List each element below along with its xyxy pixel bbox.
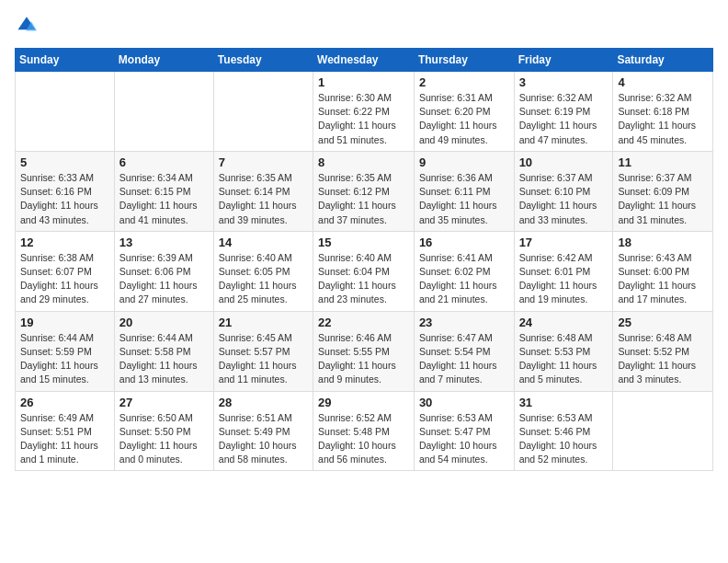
day-number: 1 [318, 75, 409, 89]
day-info-line: Sunset: 5:51 PM [20, 426, 92, 437]
day-info-line: Daylight: 10 hours [318, 440, 396, 451]
calendar-empty-cell [114, 72, 213, 152]
day-info-line: Daylight: 11 hours [20, 360, 98, 371]
day-info-line: and 23 minutes. [318, 293, 387, 304]
day-info-line: Sunrise: 6:31 AM [419, 92, 493, 103]
day-info-line: Daylight: 10 hours [219, 440, 297, 451]
day-info-line: Sunrise: 6:43 AM [618, 252, 691, 263]
day-info: Sunrise: 6:40 AMSunset: 6:04 PMDaylight:… [318, 251, 409, 307]
day-info-line: Sunset: 6:15 PM [119, 186, 191, 197]
day-info-line: and 29 minutes. [20, 293, 89, 304]
header-day-monday: Monday [114, 49, 213, 72]
day-info-line: Daylight: 11 hours [618, 280, 696, 291]
day-number: 24 [519, 316, 609, 329]
day-info: Sunrise: 6:41 AMSunset: 6:02 PMDaylight:… [419, 251, 509, 307]
day-number: 6 [119, 155, 209, 169]
calendar-day-4: 4Sunrise: 6:32 AMSunset: 6:18 PMDaylight… [613, 72, 713, 152]
day-info-line: Sunset: 6:14 PM [219, 186, 290, 197]
calendar-day-1: 1Sunrise: 6:30 AMSunset: 6:22 PMDaylight… [313, 72, 415, 152]
calendar-day-28: 28Sunrise: 6:51 AMSunset: 5:49 PMDayligh… [213, 391, 313, 471]
day-number: 15 [318, 236, 409, 249]
day-info-line: Daylight: 11 hours [20, 280, 98, 291]
day-number: 22 [318, 316, 409, 329]
calendar-day-11: 11Sunrise: 6:37 AMSunset: 6:09 PMDayligh… [613, 151, 713, 231]
day-info-line: Sunset: 6:02 PM [419, 266, 491, 277]
day-info-line: Sunrise: 6:40 AM [219, 252, 292, 263]
day-info-line: and 15 minutes. [20, 373, 89, 385]
day-info-line: Sunset: 6:20 PM [419, 106, 491, 117]
calendar-day-6: 6Sunrise: 6:34 AMSunset: 6:15 PMDaylight… [114, 151, 213, 231]
day-info: Sunrise: 6:52 AMSunset: 5:48 PMDaylight:… [318, 411, 409, 467]
day-info-line: and 45 minutes. [618, 134, 687, 145]
day-info-line: Sunrise: 6:38 AM [20, 252, 94, 263]
day-info-line: Sunrise: 6:35 AM [219, 172, 292, 183]
day-number: 25 [618, 316, 708, 329]
day-info: Sunrise: 6:35 AMSunset: 6:12 PMDaylight:… [318, 171, 409, 227]
calendar-day-3: 3Sunrise: 6:32 AMSunset: 6:19 PMDaylight… [514, 72, 613, 152]
calendar-day-16: 16Sunrise: 6:41 AMSunset: 6:02 PMDayligh… [414, 231, 514, 311]
day-info-line: and 13 minutes. [119, 373, 188, 385]
calendar-day-30: 30Sunrise: 6:53 AMSunset: 5:47 PMDayligh… [414, 391, 514, 471]
day-number: 7 [219, 155, 308, 169]
calendar-week-row: 26Sunrise: 6:49 AMSunset: 5:51 PMDayligh… [16, 391, 713, 471]
logo [15, 15, 40, 39]
day-number: 28 [219, 396, 308, 409]
calendar-week-row: 1Sunrise: 6:30 AMSunset: 6:22 PMDaylight… [16, 72, 713, 152]
calendar-day-24: 24Sunrise: 6:48 AMSunset: 5:53 PMDayligh… [514, 311, 613, 391]
header-day-wednesday: Wednesday [313, 49, 415, 72]
day-info-line: Sunset: 5:57 PM [219, 346, 290, 357]
day-number: 9 [419, 155, 509, 169]
day-info: Sunrise: 6:42 AMSunset: 6:01 PMDaylight:… [519, 251, 609, 307]
calendar-header-row: SundayMondayTuesdayWednesdayThursdayFrid… [16, 49, 713, 72]
day-number: 3 [519, 75, 609, 89]
day-info-line: Daylight: 11 hours [318, 360, 396, 371]
calendar-day-19: 19Sunrise: 6:44 AMSunset: 5:59 PMDayligh… [16, 311, 115, 391]
day-info-line: Sunrise: 6:39 AM [119, 252, 193, 263]
calendar-day-31: 31Sunrise: 6:53 AMSunset: 5:46 PMDayligh… [514, 391, 613, 471]
day-info-line: Sunset: 5:46 PM [519, 426, 591, 437]
day-info-line: Sunrise: 6:37 AM [519, 172, 593, 183]
day-info-line: and 27 minutes. [119, 293, 188, 304]
day-info: Sunrise: 6:31 AMSunset: 6:20 PMDaylight:… [419, 91, 509, 147]
day-info-line: Sunrise: 6:42 AM [519, 252, 593, 263]
day-info: Sunrise: 6:30 AMSunset: 6:22 PMDaylight:… [318, 91, 409, 147]
calendar-empty-cell [613, 391, 713, 471]
day-info-line: Daylight: 11 hours [318, 120, 396, 131]
day-info-line: Sunset: 6:05 PM [219, 266, 290, 277]
calendar-day-25: 25Sunrise: 6:48 AMSunset: 5:52 PMDayligh… [613, 311, 713, 391]
calendar-day-14: 14Sunrise: 6:40 AMSunset: 6:05 PMDayligh… [213, 231, 313, 311]
header-day-sunday: Sunday [16, 49, 115, 72]
day-info-line: Sunset: 5:55 PM [318, 346, 390, 357]
day-info-line: Sunrise: 6:30 AM [318, 92, 392, 103]
day-info-line: Sunset: 6:01 PM [519, 266, 591, 277]
day-info-line: and 31 minutes. [618, 214, 687, 225]
day-info-line: Daylight: 11 hours [519, 360, 597, 371]
day-info-line: Daylight: 11 hours [119, 360, 198, 371]
day-info-line: and 35 minutes. [419, 214, 488, 225]
day-info-line: Daylight: 11 hours [618, 120, 696, 131]
day-info-line: Daylight: 11 hours [219, 360, 297, 371]
day-number: 17 [519, 236, 609, 249]
day-number: 13 [119, 236, 209, 249]
day-number: 2 [419, 75, 509, 89]
day-number: 18 [618, 236, 708, 249]
day-info-line: Sunset: 6:11 PM [419, 186, 491, 197]
day-info-line: and 47 minutes. [519, 134, 588, 145]
day-info-line: Sunset: 6:00 PM [618, 266, 689, 277]
day-info-line: Sunrise: 6:48 AM [519, 332, 593, 343]
day-info-line: Sunrise: 6:33 AM [20, 172, 94, 183]
day-info: Sunrise: 6:40 AMSunset: 6:05 PMDaylight:… [219, 251, 308, 307]
day-info-line: and 41 minutes. [119, 214, 188, 225]
day-number: 29 [318, 396, 409, 409]
day-info-line: Sunrise: 6:40 AM [318, 252, 392, 263]
day-info-line: Sunset: 5:54 PM [419, 346, 491, 357]
day-info-line: Sunset: 6:06 PM [119, 266, 191, 277]
day-info-line: Daylight: 11 hours [119, 440, 198, 451]
calendar-day-5: 5Sunrise: 6:33 AMSunset: 6:16 PMDaylight… [16, 151, 115, 231]
day-info-line: Sunset: 5:53 PM [519, 346, 591, 357]
calendar-empty-cell [16, 72, 115, 152]
day-info-line: Daylight: 11 hours [119, 280, 198, 291]
day-info-line: and 1 minute. [20, 454, 79, 465]
day-info-line: Sunrise: 6:35 AM [318, 172, 392, 183]
day-info-line: Sunrise: 6:44 AM [119, 332, 193, 343]
